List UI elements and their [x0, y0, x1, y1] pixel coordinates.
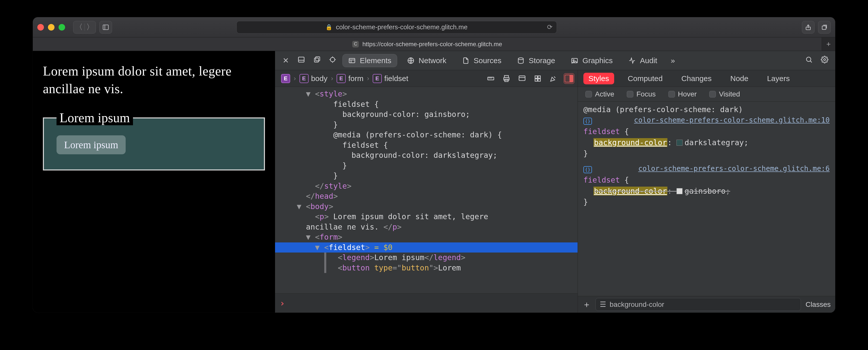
tab-elements[interactable]: Elements [343, 54, 397, 67]
share-button[interactable] [802, 21, 814, 34]
svg-rect-30 [519, 76, 525, 81]
styles-tab-node[interactable]: Node [725, 73, 753, 84]
print-styles-icon[interactable] [501, 74, 512, 84]
settings-icon[interactable] [819, 56, 830, 65]
paint-flashing-icon[interactable] [548, 74, 558, 84]
tab-graphics[interactable]: Graphics [565, 54, 618, 67]
tab-storage[interactable]: Storage [512, 54, 561, 67]
dom-node[interactable]: ▼ <body> [275, 202, 578, 212]
dom-node[interactable]: <p> Lorem ipsum dolor sit amet, legere [275, 212, 578, 222]
classes-toggle[interactable]: Classes [805, 300, 831, 309]
zoom-window-button[interactable] [59, 24, 65, 31]
dom-node[interactable]: background-color: darkslategray; [275, 150, 578, 161]
element-badge-icon: E [337, 74, 346, 83]
svg-rect-0 [103, 25, 108, 30]
breadcrumb-body[interactable]: Ebody [297, 73, 330, 84]
svg-rect-4 [299, 57, 304, 62]
force-appearance-icon[interactable] [517, 74, 527, 84]
styles-tab-styles[interactable]: Styles [583, 73, 614, 84]
styles-tab-changes[interactable]: Changes [676, 73, 717, 84]
tab-sources[interactable]: Sources [457, 54, 507, 67]
dom-node[interactable]: ▼ <style> [275, 89, 578, 99]
dom-node[interactable]: </head> [275, 191, 578, 202]
styles-tabbar: Styles Computed Changes Node Layers [578, 70, 835, 87]
breadcrumb-form[interactable]: Eform [334, 73, 366, 84]
favicon: C [352, 41, 359, 48]
dom-node[interactable]: fieldset { [275, 99, 578, 110]
elements-panel: E›Ebody›Eform›Efieldset ▼ <style> [275, 70, 578, 313]
dom-node[interactable]: ▼ <form> [275, 232, 578, 242]
console-prompt[interactable]: › [275, 293, 578, 313]
minimize-window-button[interactable] [48, 24, 55, 31]
dom-tree[interactable]: ▼ <style> fieldset { background-color: g… [275, 87, 578, 293]
page-fieldset: Lorem ipsum Lorem ipsum [43, 110, 265, 171]
tabs-overview-button[interactable] [818, 21, 831, 34]
force-pseudo-row: Active Focus Hover Visited [578, 87, 835, 101]
element-badge-icon: E [373, 74, 382, 83]
rule-block[interactable]: {}color-scheme-prefers-color-scheme.glit… [583, 164, 830, 208]
ruler-icon[interactable] [486, 74, 496, 84]
element-badge-icon: E [300, 74, 309, 83]
rule-source-link[interactable]: color-scheme-prefers-color-scheme.glitch… [638, 164, 830, 174]
breadcrumb-fieldset[interactable]: Efieldset [370, 73, 411, 84]
dom-node[interactable]: @media (prefers-color-scheme: dark) { [275, 130, 578, 140]
tab-network[interactable]: Network [401, 54, 452, 67]
console-chevron-icon: › [280, 298, 285, 308]
titlebar: 〈 〉 🔒 color-scheme-prefers-color-scheme.… [33, 17, 835, 37]
dom-node[interactable]: } [275, 171, 578, 181]
back-forward-segment[interactable]: 〈 〉 [73, 21, 96, 34]
breadcrumb-root[interactable]: E [279, 73, 293, 84]
tab-audit[interactable]: Audit [623, 54, 662, 67]
svg-point-8 [330, 57, 335, 62]
grid-overlay-icon[interactable] [533, 74, 543, 84]
back-icon[interactable]: 〈 [73, 22, 85, 32]
overflow-icon[interactable]: » [668, 56, 679, 65]
address-bar[interactable]: 🔒 color-scheme-prefers-color-scheme.glit… [237, 21, 557, 34]
svg-rect-33 [538, 76, 540, 78]
new-tab-button[interactable]: + [822, 37, 835, 51]
styles-tab-layers[interactable]: Layers [762, 73, 795, 84]
pseudo-visited[interactable]: Visited [709, 90, 740, 98]
forward-icon[interactable]: 〉 [85, 22, 96, 32]
dom-node[interactable]: } [275, 120, 578, 130]
jump-to-source-icon[interactable]: {} [583, 166, 592, 173]
search-icon[interactable] [803, 56, 814, 65]
rule-block[interactable]: {}color-scheme-prefers-color-scheme.glit… [583, 115, 830, 159]
dom-node[interactable]: <legend>Lorem ipsum</legend> [275, 253, 578, 263]
dock-popout-icon[interactable] [311, 56, 322, 65]
styles-filter-input[interactable]: ☰ background-color [595, 298, 801, 311]
styles-filter-bar: ＋ ☰ background-color Classes [578, 296, 835, 313]
svg-rect-6 [314, 58, 318, 62]
svg-point-19 [573, 60, 574, 61]
pseudo-hover[interactable]: Hover [669, 90, 697, 98]
dom-node[interactable]: </style> [275, 181, 578, 192]
styles-tab-computed[interactable]: Computed [623, 73, 668, 84]
styles-rules[interactable]: @media (prefers-color-scheme: dark){}col… [578, 101, 835, 296]
jump-to-source-icon[interactable]: {} [583, 118, 592, 125]
page-button[interactable]: Lorem ipsum [57, 135, 126, 154]
dom-node[interactable]: background-color: gainsboro; [275, 109, 578, 120]
close-window-button[interactable] [37, 24, 44, 31]
dom-node[interactable]: fieldset { [275, 140, 578, 150]
dom-node-selected[interactable]: ▼ <fieldset> = $0 [275, 242, 578, 253]
rule-source-link[interactable]: color-scheme-prefers-color-scheme.glitch… [634, 115, 830, 125]
filter-icon: ☰ [600, 300, 606, 309]
reload-icon[interactable]: ⟳ [547, 23, 553, 31]
svg-point-17 [518, 58, 523, 60]
dom-node[interactable]: <button type="button">Lorem [275, 263, 578, 273]
dom-node[interactable]: } [275, 161, 578, 171]
page-legend: Lorem ipsum [57, 110, 133, 125]
new-rule-button[interactable]: ＋ [582, 299, 591, 310]
close-inspector-icon[interactable]: ✕ [280, 56, 291, 65]
sidebar-toggle-button[interactable] [99, 21, 112, 34]
target-icon[interactable] [327, 56, 338, 65]
styles-sidebar-toggle[interactable] [564, 74, 574, 84]
pseudo-active[interactable]: Active [585, 90, 614, 98]
media-query-line: @media (prefers-color-scheme: dark) [583, 104, 830, 115]
dom-node[interactable]: ancillae ne vis. </p> [275, 222, 578, 232]
dock-bottom-icon[interactable] [296, 56, 307, 65]
pseudo-focus[interactable]: Focus [627, 90, 655, 98]
tab-strip: C https://color-scheme-prefers-color-sch… [33, 37, 835, 51]
svg-rect-7 [316, 57, 320, 61]
browser-tab[interactable]: C https://color-scheme-prefers-color-sch… [33, 37, 822, 51]
